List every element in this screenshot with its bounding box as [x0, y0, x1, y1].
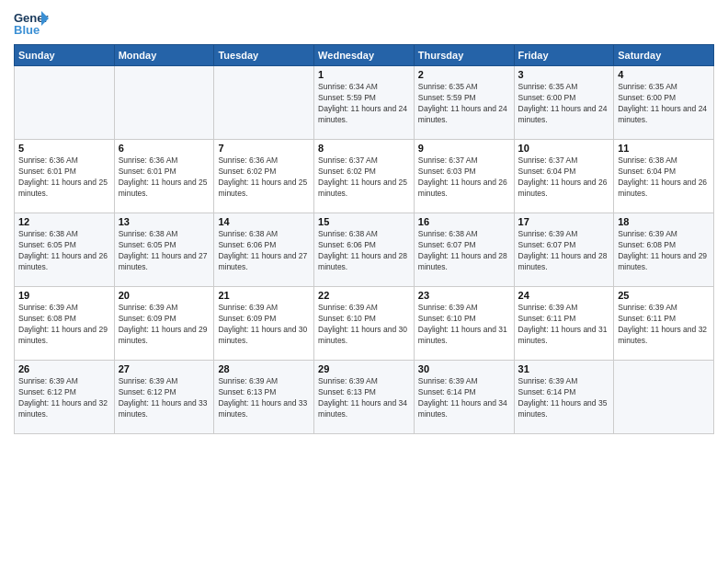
day-info: Sunrise: 6:39 AMSunset: 6:10 PMDaylight:…: [418, 303, 510, 347]
table-row: 19Sunrise: 6:39 AMSunset: 6:08 PMDayligh…: [15, 287, 115, 361]
day-info: Sunrise: 6:36 AMSunset: 6:01 PMDaylight:…: [119, 155, 210, 200]
table-row: 26Sunrise: 6:39 AMSunset: 6:12 PMDayligh…: [15, 361, 115, 434]
table-row: 6Sunrise: 6:36 AMSunset: 6:01 PMDaylight…: [114, 140, 214, 213]
day-info: Sunrise: 6:39 AMSunset: 6:07 PMDaylight:…: [518, 229, 610, 273]
table-row: 31Sunrise: 6:39 AMSunset: 6:14 PMDayligh…: [514, 361, 614, 434]
day-info: Sunrise: 6:39 AMSunset: 6:10 PMDaylight:…: [318, 303, 410, 347]
day-number: 15: [318, 216, 410, 227]
table-row: 2Sunrise: 6:35 AMSunset: 5:59 PMDaylight…: [414, 66, 514, 140]
table-row: 4Sunrise: 6:35 AMSunset: 6:00 PMDaylight…: [614, 66, 714, 140]
header: General Blue: [14, 9, 714, 37]
table-row: 7Sunrise: 6:36 AMSunset: 6:02 PMDaylight…: [214, 140, 314, 213]
table-row: 22Sunrise: 6:39 AMSunset: 6:10 PMDayligh…: [314, 287, 415, 361]
table-row: 15Sunrise: 6:38 AMSunset: 6:06 PMDayligh…: [314, 213, 415, 287]
table-row: 20Sunrise: 6:39 AMSunset: 6:09 PMDayligh…: [114, 287, 214, 361]
dow-friday: Friday: [514, 45, 614, 66]
day-number: 22: [318, 290, 410, 301]
logo: General Blue: [14, 9, 49, 37]
day-number: 29: [318, 363, 410, 374]
svg-text:Blue: Blue: [14, 23, 40, 37]
day-info: Sunrise: 6:36 AMSunset: 6:01 PMDaylight:…: [18, 155, 110, 200]
day-number: 18: [618, 216, 710, 227]
day-info: Sunrise: 6:38 AMSunset: 6:05 PMDaylight:…: [119, 229, 210, 273]
dow-monday: Monday: [114, 45, 214, 66]
day-number: 12: [18, 216, 110, 227]
table-row: 17Sunrise: 6:39 AMSunset: 6:07 PMDayligh…: [514, 213, 614, 287]
day-info: Sunrise: 6:38 AMSunset: 6:04 PMDaylight:…: [618, 155, 710, 200]
day-info: Sunrise: 6:39 AMSunset: 6:09 PMDaylight:…: [119, 303, 210, 347]
day-info: Sunrise: 6:34 AMSunset: 5:59 PMDaylight:…: [318, 82, 410, 126]
calendar-body: 1Sunrise: 6:34 AMSunset: 5:59 PMDaylight…: [15, 66, 714, 434]
day-number: 6: [119, 143, 210, 154]
table-row: [15, 66, 115, 140]
day-number: 20: [119, 290, 210, 301]
day-number: 13: [119, 216, 210, 227]
day-number: 19: [18, 290, 110, 301]
table-row: 3Sunrise: 6:35 AMSunset: 6:00 PMDaylight…: [514, 66, 614, 140]
dow-sunday: Sunday: [15, 45, 115, 66]
table-row: 29Sunrise: 6:39 AMSunset: 6:13 PMDayligh…: [314, 361, 415, 434]
week-row-2: 5Sunrise: 6:36 AMSunset: 6:01 PMDaylight…: [15, 140, 714, 213]
day-info: Sunrise: 6:39 AMSunset: 6:09 PMDaylight:…: [218, 303, 310, 347]
day-info: Sunrise: 6:35 AMSunset: 6:00 PMDaylight:…: [618, 82, 710, 126]
day-info: Sunrise: 6:39 AMSunset: 6:12 PMDaylight:…: [119, 376, 210, 420]
day-info: Sunrise: 6:38 AMSunset: 6:07 PMDaylight:…: [418, 229, 510, 273]
day-number: 14: [218, 216, 310, 227]
day-info: Sunrise: 6:37 AMSunset: 6:04 PMDaylight:…: [518, 155, 610, 200]
day-info: Sunrise: 6:39 AMSunset: 6:12 PMDaylight:…: [18, 376, 110, 420]
page-container: General Blue SundayMondayTuesdayWednesda…: [0, 0, 728, 439]
day-number: 16: [418, 216, 510, 227]
table-row: 23Sunrise: 6:39 AMSunset: 6:10 PMDayligh…: [414, 287, 514, 361]
day-number: 5: [18, 143, 110, 154]
table-row: 1Sunrise: 6:34 AMSunset: 5:59 PMDaylight…: [314, 66, 415, 140]
week-row-3: 12Sunrise: 6:38 AMSunset: 6:05 PMDayligh…: [15, 213, 714, 287]
table-row: 11Sunrise: 6:38 AMSunset: 6:04 PMDayligh…: [614, 140, 714, 213]
day-info: Sunrise: 6:38 AMSunset: 6:05 PMDaylight:…: [18, 229, 110, 273]
day-info: Sunrise: 6:39 AMSunset: 6:14 PMDaylight:…: [418, 376, 510, 420]
day-number: 8: [318, 143, 410, 154]
day-number: 1: [318, 69, 410, 80]
day-info: Sunrise: 6:37 AMSunset: 6:02 PMDaylight:…: [318, 155, 410, 200]
day-number: 2: [418, 69, 510, 80]
day-info: Sunrise: 6:39 AMSunset: 6:13 PMDaylight:…: [218, 376, 310, 420]
day-number: 24: [518, 290, 610, 301]
day-number: 10: [518, 143, 610, 154]
week-row-5: 26Sunrise: 6:39 AMSunset: 6:12 PMDayligh…: [15, 361, 714, 434]
table-row: 18Sunrise: 6:39 AMSunset: 6:08 PMDayligh…: [614, 213, 714, 287]
day-number: 7: [218, 143, 310, 154]
day-info: Sunrise: 6:37 AMSunset: 6:03 PMDaylight:…: [418, 155, 510, 200]
table-row: 16Sunrise: 6:38 AMSunset: 6:07 PMDayligh…: [414, 213, 514, 287]
day-info: Sunrise: 6:39 AMSunset: 6:11 PMDaylight:…: [618, 303, 710, 347]
day-info: Sunrise: 6:35 AMSunset: 5:59 PMDaylight:…: [418, 82, 510, 126]
week-row-1: 1Sunrise: 6:34 AMSunset: 5:59 PMDaylight…: [15, 66, 714, 140]
table-row: 28Sunrise: 6:39 AMSunset: 6:13 PMDayligh…: [214, 361, 314, 434]
table-row: 5Sunrise: 6:36 AMSunset: 6:01 PMDaylight…: [15, 140, 115, 213]
day-number: 11: [618, 143, 710, 154]
table-row: 14Sunrise: 6:38 AMSunset: 6:06 PMDayligh…: [214, 213, 314, 287]
day-number: 17: [518, 216, 610, 227]
day-info: Sunrise: 6:39 AMSunset: 6:08 PMDaylight:…: [18, 303, 110, 347]
dow-tuesday: Tuesday: [214, 45, 314, 66]
day-number: 27: [119, 363, 210, 374]
table-row: 9Sunrise: 6:37 AMSunset: 6:03 PMDaylight…: [414, 140, 514, 213]
day-number: 9: [418, 143, 510, 154]
table-row: [614, 361, 714, 434]
calendar-table: SundayMondayTuesdayWednesdayThursdayFrid…: [14, 44, 714, 434]
dow-wednesday: Wednesday: [314, 45, 415, 66]
day-info: Sunrise: 6:39 AMSunset: 6:08 PMDaylight:…: [618, 229, 710, 273]
day-number: 23: [418, 290, 510, 301]
day-number: 26: [18, 363, 110, 374]
table-row: 13Sunrise: 6:38 AMSunset: 6:05 PMDayligh…: [114, 213, 214, 287]
day-info: Sunrise: 6:36 AMSunset: 6:02 PMDaylight:…: [218, 155, 310, 200]
table-row: 12Sunrise: 6:38 AMSunset: 6:05 PMDayligh…: [15, 213, 115, 287]
day-number: 3: [518, 69, 610, 80]
day-number: 25: [618, 290, 710, 301]
day-of-week-row: SundayMondayTuesdayWednesdayThursdayFrid…: [15, 45, 714, 66]
day-info: Sunrise: 6:38 AMSunset: 6:06 PMDaylight:…: [318, 229, 410, 273]
day-info: Sunrise: 6:39 AMSunset: 6:11 PMDaylight:…: [518, 303, 610, 347]
day-number: 4: [618, 69, 710, 80]
day-number: 31: [518, 363, 610, 374]
table-row: 25Sunrise: 6:39 AMSunset: 6:11 PMDayligh…: [614, 287, 714, 361]
week-row-4: 19Sunrise: 6:39 AMSunset: 6:08 PMDayligh…: [15, 287, 714, 361]
table-row: [114, 66, 214, 140]
